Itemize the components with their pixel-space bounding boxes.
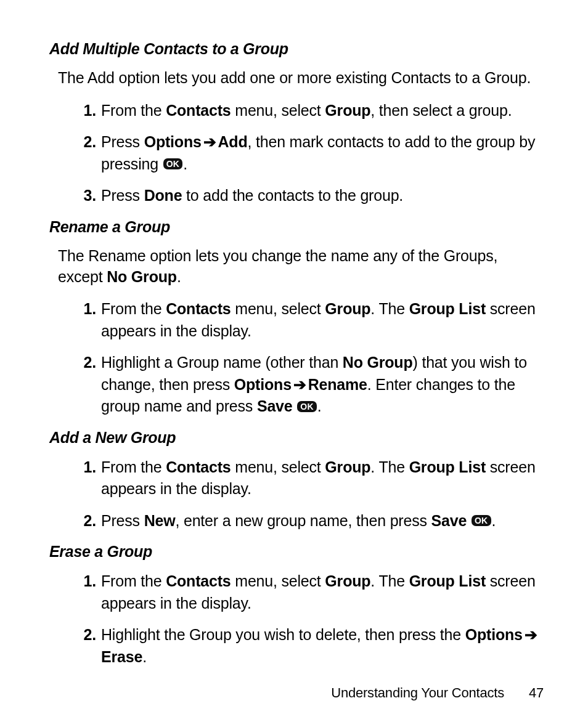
bold-text: Erase	[101, 648, 142, 665]
text-run: . The	[370, 300, 409, 317]
text-run: menu, select	[231, 300, 325, 317]
ok-icon: OK	[472, 515, 491, 526]
text-run: From the	[101, 458, 166, 476]
page-number: 47	[529, 685, 544, 700]
bold-text: Options	[234, 376, 292, 393]
text-run: , enter a new group name, then press	[175, 512, 431, 529]
step-item: Press Done to add the contacts to the gr…	[101, 185, 540, 207]
text-run: Highlight a Group name (other than	[101, 354, 343, 371]
text-run: menu, select	[231, 458, 325, 476]
bold-text: Group	[325, 572, 370, 590]
text-run: .	[177, 268, 181, 285]
bold-text: Group List	[409, 458, 486, 476]
text-run: .	[492, 512, 496, 529]
bold-text: Save	[257, 397, 293, 415]
section-intro: The Add option lets you add one or more …	[58, 68, 540, 89]
text-run: Press	[101, 133, 144, 150]
bold-text: Done	[144, 187, 182, 204]
step-item: From the Contacts menu, select Group. Th…	[101, 298, 540, 342]
text-run: menu, select	[231, 102, 325, 119]
step-item: Highlight a Group name (other than No Gr…	[101, 352, 540, 418]
steps-list: From the Contacts menu, select Group. Th…	[49, 456, 540, 532]
bold-text: Group List	[409, 572, 486, 590]
text-run: menu, select	[231, 572, 325, 590]
ok-icon: OK	[163, 158, 183, 169]
bold-text: New	[144, 512, 176, 529]
section-heading-rename: Rename a Group	[49, 218, 545, 236]
text-run: From the	[101, 572, 166, 590]
bold-text: Group List	[409, 300, 486, 317]
section-heading-add-new: Add a New Group	[49, 429, 545, 447]
ok-icon: OK	[297, 401, 317, 412]
text-run: to add the contacts to the group.	[182, 187, 403, 204]
steps-list: From the Contacts menu, select Group, th…	[49, 100, 540, 207]
bold-text: Options	[144, 133, 202, 150]
arrow-icon: ➔	[203, 131, 216, 153]
section-heading-erase: Erase a Group	[49, 543, 545, 561]
arrow-icon: ➔	[525, 624, 537, 646]
bold-text: Add	[218, 133, 248, 150]
text-run: .	[183, 155, 187, 172]
step-item: From the Contacts menu, select Group, th…	[101, 100, 540, 122]
bold-text: Contacts	[166, 458, 231, 476]
text-run: . The	[370, 458, 409, 476]
text-run: The Add option lets you add one or more …	[58, 69, 531, 86]
bold-text: Contacts	[166, 300, 231, 317]
text-run: Highlight the Group you wish to delete, …	[101, 626, 465, 643]
text-run: .	[317, 397, 322, 415]
bold-text: Options	[465, 626, 523, 643]
bold-text: Rename	[308, 376, 367, 393]
section-intro: The Rename option lets you change the na…	[58, 246, 540, 288]
steps-list: From the Contacts menu, select Group. Th…	[49, 570, 540, 668]
bold-text: Group	[325, 102, 370, 119]
arrow-icon: ➔	[293, 374, 306, 396]
bold-text: Group	[325, 300, 370, 317]
bold-text: Contacts	[166, 572, 231, 590]
text-run: Press	[101, 512, 144, 529]
text-run: From the	[101, 300, 166, 317]
step-item: From the Contacts menu, select Group. Th…	[101, 456, 540, 500]
text-run: .	[142, 648, 147, 665]
step-item: Press New, enter a new group name, then …	[101, 510, 540, 532]
bold-text: No Group	[343, 354, 413, 371]
bold-text: Save	[431, 512, 467, 529]
page-footer: Understanding Your Contacts 47	[331, 685, 544, 701]
text-run: Press	[101, 187, 144, 204]
bold-text: No Group	[107, 268, 177, 285]
text-run	[467, 512, 471, 529]
section-heading-add-multiple: Add Multiple Contacts to a Group	[49, 40, 545, 58]
steps-list: From the Contacts menu, select Group. Th…	[49, 298, 540, 418]
step-item: Press Options ➔ Add, then mark contacts …	[101, 131, 540, 175]
step-item: From the Contacts menu, select Group. Th…	[101, 570, 540, 614]
footer-title: Understanding Your Contacts	[331, 685, 504, 700]
text-run: . The	[370, 572, 409, 590]
bold-text: Contacts	[166, 102, 231, 119]
text-run: , then select a group.	[370, 102, 512, 119]
text-run: From the	[101, 102, 166, 119]
text-run	[293, 397, 297, 415]
step-item: Highlight the Group you wish to delete, …	[101, 624, 540, 668]
manual-page: Add Multiple Contacts to a GroupThe Add …	[0, 0, 588, 722]
bold-text: Group	[325, 458, 370, 476]
